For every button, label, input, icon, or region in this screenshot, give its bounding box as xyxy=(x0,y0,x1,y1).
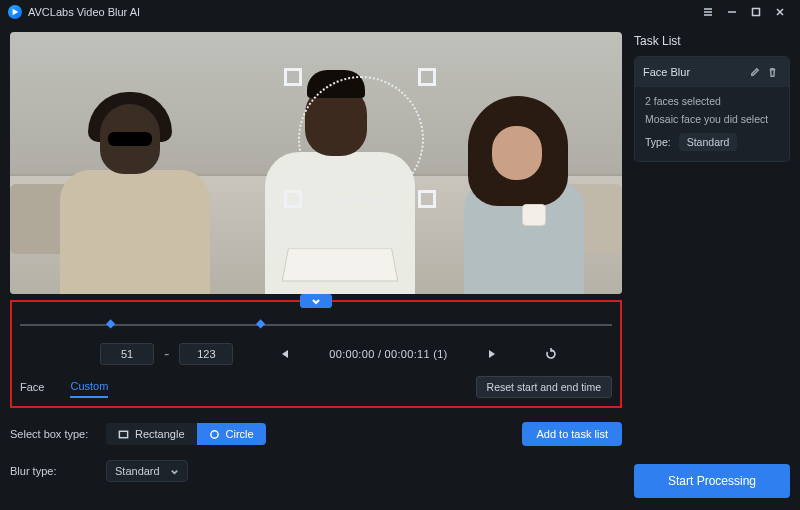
range-dash: - xyxy=(164,345,169,363)
reset-start-end-button[interactable]: Reset start and end time xyxy=(476,376,612,398)
app-title: AVCLabs Video Blur AI xyxy=(28,6,140,18)
box-type-rectangle-label: Rectangle xyxy=(135,428,185,440)
tab-face[interactable]: Face xyxy=(20,377,44,397)
timeline[interactable]: ◆ ◆ xyxy=(20,314,612,336)
collapse-toggle[interactable] xyxy=(300,294,332,308)
blur-type-label: Blur type: xyxy=(10,465,106,477)
add-to-task-list-button[interactable]: Add to task list xyxy=(522,422,622,446)
blur-type-value: Standard xyxy=(115,465,160,477)
maximize-button[interactable] xyxy=(744,0,768,24)
delete-task-button[interactable] xyxy=(763,63,781,81)
start-frame-input[interactable] xyxy=(100,343,154,365)
blur-type-select[interactable]: Standard xyxy=(106,460,188,482)
end-frame-input[interactable] xyxy=(179,343,233,365)
close-button[interactable] xyxy=(768,0,792,24)
task-card: Face Blur 2 faces selected Mosaic face y… xyxy=(634,56,790,162)
task-list-heading: Task List xyxy=(634,34,790,48)
task-name: Face Blur xyxy=(643,66,690,78)
titlebar: AVCLabs Video Blur AI xyxy=(0,0,800,24)
minimize-button[interactable] xyxy=(720,0,744,24)
box-type-circle[interactable]: Circle xyxy=(197,423,266,445)
app-logo-icon xyxy=(8,5,22,19)
box-type-rectangle[interactable]: Rectangle xyxy=(106,423,197,445)
box-type-label: Select box type: xyxy=(10,428,106,440)
svg-point-2 xyxy=(210,430,217,437)
chevron-down-icon xyxy=(170,467,179,476)
task-type-value: Standard xyxy=(679,133,738,151)
timecode-display: 00:00:00 / 00:00:11 (1) xyxy=(329,348,447,360)
box-type-circle-label: Circle xyxy=(226,428,254,440)
task-type-label: Type: xyxy=(645,136,671,148)
main-panel: ◆ ◆ - 00:00:00 / 00:00:11 (1) xyxy=(0,24,628,510)
prev-frame-button[interactable] xyxy=(273,343,295,365)
menu-icon[interactable] xyxy=(696,0,720,24)
highlighted-controls: ◆ ◆ - 00:00:00 / 00:00:11 (1) xyxy=(10,300,622,408)
start-processing-button[interactable]: Start Processing xyxy=(634,464,790,498)
svg-rect-0 xyxy=(753,9,760,16)
tab-custom[interactable]: Custom xyxy=(70,376,108,398)
video-preview[interactable] xyxy=(10,32,622,294)
svg-rect-1 xyxy=(119,431,127,437)
timeline-marker-start[interactable]: ◆ xyxy=(106,316,118,328)
reset-time-icon[interactable] xyxy=(540,343,562,365)
box-type-segmented: Rectangle Circle xyxy=(106,423,266,445)
edit-task-button[interactable] xyxy=(745,63,763,81)
next-frame-button[interactable] xyxy=(482,343,504,365)
timeline-marker-end[interactable]: ◆ xyxy=(256,316,268,328)
task-faces-selected: 2 faces selected xyxy=(645,95,779,107)
task-description: Mosaic face you did select xyxy=(645,113,779,125)
side-panel: Task List Face Blur 2 faces selected Mos… xyxy=(628,24,800,510)
